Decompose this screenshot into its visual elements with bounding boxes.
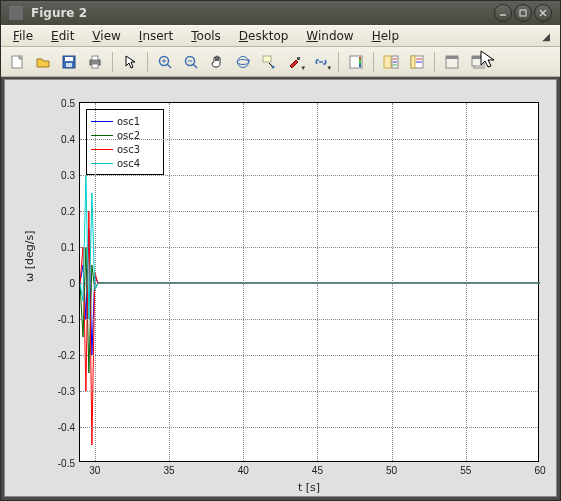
xtick-label: 55 — [460, 465, 471, 476]
new-figure-button[interactable] — [5, 50, 29, 74]
legend-label: osc3 — [117, 144, 140, 155]
ytick-label: -0.3 — [58, 386, 75, 397]
link-plot-button[interactable]: ▾ — [309, 50, 333, 74]
svg-rect-7 — [66, 63, 72, 67]
menu-insert[interactable]: Insert — [131, 27, 181, 45]
zoomin-icon — [157, 54, 173, 70]
svg-point-18 — [237, 59, 249, 64]
menu-overflow[interactable]: ◢ — [536, 31, 556, 42]
showtools-icon — [409, 54, 425, 70]
hide-plot-tools-button[interactable] — [405, 50, 429, 74]
gridline — [80, 283, 538, 284]
legend-item[interactable]: osc3 — [91, 142, 157, 156]
xtick-label: 50 — [386, 465, 397, 476]
gridline — [80, 319, 538, 320]
legend-item[interactable]: osc1 — [91, 114, 157, 128]
gridline — [317, 103, 318, 461]
svg-point-22 — [272, 65, 275, 68]
pan-button[interactable] — [205, 50, 229, 74]
gridline — [169, 103, 170, 461]
hand-icon — [209, 54, 225, 70]
legend[interactable]: osc1osc2osc3osc4 — [86, 109, 164, 175]
window-title: Figure 2 — [31, 6, 87, 20]
gridline — [466, 103, 467, 461]
menu-help[interactable]: Help — [364, 27, 407, 45]
gridline — [392, 103, 393, 461]
svg-rect-6 — [65, 57, 73, 61]
gridline — [80, 175, 538, 176]
svg-rect-26 — [384, 56, 391, 68]
zoom-in-button[interactable] — [153, 50, 177, 74]
gridline — [80, 139, 538, 140]
menu-file[interactable]: File — [5, 27, 41, 45]
menu-view[interactable]: View — [84, 27, 128, 45]
print-figure-button[interactable] — [83, 50, 107, 74]
datacursor-icon — [261, 54, 277, 70]
xtick-label: 35 — [163, 465, 174, 476]
figure-window: Figure 2 File Edit View Insert Tools Des… — [0, 0, 561, 501]
undock-figure-button[interactable] — [466, 50, 490, 74]
save-icon — [61, 54, 77, 70]
xtick-label: 45 — [312, 465, 323, 476]
svg-rect-36 — [446, 56, 458, 59]
xtick-label: 40 — [238, 465, 249, 476]
insert-colorbar-button[interactable] — [344, 50, 368, 74]
menu-tools[interactable]: Tools — [183, 27, 229, 45]
legend-label: osc1 — [117, 116, 140, 127]
rotate-3d-button[interactable] — [231, 50, 255, 74]
menu-window[interactable]: Window — [298, 27, 361, 45]
colorbar-icon — [348, 54, 364, 70]
edit-plot-button[interactable] — [118, 50, 142, 74]
data-cursor-button[interactable] — [257, 50, 281, 74]
gridline — [80, 391, 538, 392]
toolbar: ▾▾ — [1, 47, 560, 77]
gridline — [80, 355, 538, 356]
gridline — [80, 427, 538, 428]
figure-glyph-icon — [9, 6, 23, 20]
axes-box[interactable]: osc1osc2osc3osc4 t [s] 30354045505560-0.… — [79, 102, 539, 462]
gridline — [80, 211, 538, 212]
plot-area: ω [deg/s] osc1osc2osc3osc4 t [s] 3035404… — [7, 82, 554, 494]
ytick-label: 0.5 — [61, 98, 75, 109]
gridline — [95, 103, 96, 461]
open-file-button[interactable] — [31, 50, 55, 74]
ytick-label: -0.2 — [58, 350, 75, 361]
zoom-out-button[interactable] — [179, 50, 203, 74]
save-figure-button[interactable] — [57, 50, 81, 74]
gridline — [243, 103, 244, 461]
arrow-icon — [122, 54, 138, 70]
dock-icon — [444, 54, 460, 70]
svg-point-19 — [238, 56, 249, 67]
legend-item[interactable]: osc4 — [91, 156, 157, 170]
legend-icon — [383, 54, 399, 70]
minimize-button[interactable] — [494, 4, 512, 22]
zoomout-icon — [183, 54, 199, 70]
close-button[interactable] — [534, 4, 552, 22]
menu-desktop[interactable]: Desktop — [231, 27, 297, 45]
figure-canvas: ω [deg/s] osc1osc2osc3osc4 t [s] 3035404… — [4, 79, 557, 497]
svg-rect-20 — [263, 56, 271, 62]
svg-rect-10 — [92, 64, 98, 68]
svg-line-16 — [193, 64, 197, 68]
ytick-label: 0.3 — [61, 170, 75, 181]
open-icon — [35, 54, 51, 70]
ytick-label: 0 — [69, 278, 75, 289]
maximize-icon — [518, 8, 528, 18]
rotate-icon — [235, 54, 251, 70]
ytick-label: -0.5 — [58, 458, 75, 469]
y-axis-label: ω [deg/s] — [23, 231, 36, 282]
dock-figure-button[interactable] — [440, 50, 464, 74]
ytick-label: -0.1 — [58, 314, 75, 325]
brush-button[interactable]: ▾ — [283, 50, 307, 74]
insert-legend-button[interactable] — [379, 50, 403, 74]
title-bar: Figure 2 — [1, 1, 560, 25]
svg-rect-32 — [411, 56, 415, 68]
ytick-label: -0.4 — [58, 422, 75, 433]
gridline — [80, 247, 538, 248]
svg-rect-9 — [92, 56, 98, 60]
ytick-label: 0.4 — [61, 134, 75, 145]
svg-rect-23 — [297, 57, 300, 60]
maximize-button[interactable] — [514, 4, 532, 22]
menu-edit[interactable]: Edit — [43, 27, 82, 45]
undock-icon — [470, 54, 486, 70]
